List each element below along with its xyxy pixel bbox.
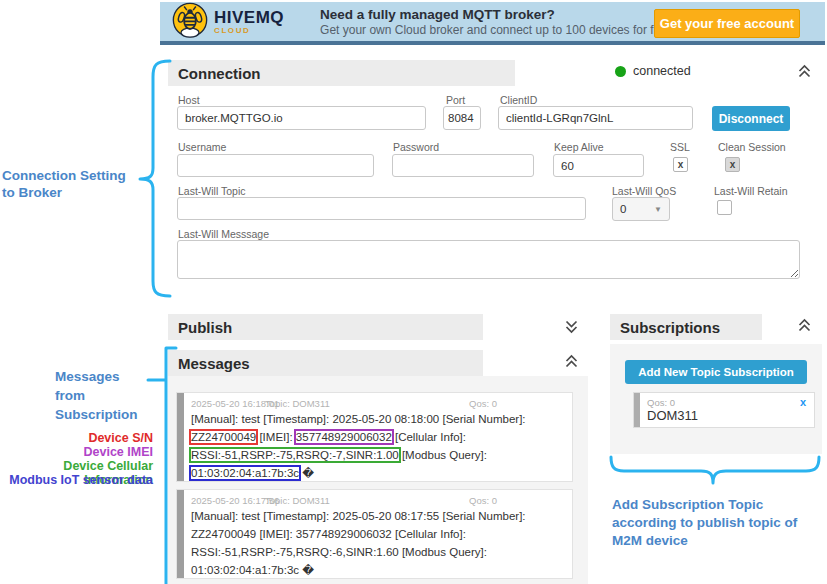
publish-title: Publish	[178, 319, 232, 336]
messages-title: Messages	[178, 355, 250, 372]
subscriptions-title: Subscriptions	[620, 319, 720, 336]
banner-headline: Need a fully managed MQTT broker?	[320, 6, 674, 23]
message-text: ZZ24700049 [IMEI]: 357748929006032 [Cell…	[191, 528, 466, 540]
message-text: 01:03:02:04:a1:7b:3c �	[191, 564, 314, 576]
lastwill-retain-label: Last-Will Retain	[714, 185, 788, 197]
message-text: [Modbus Query]:	[399, 449, 487, 461]
hivemq-cloud-label: CLOUD	[214, 26, 284, 35]
highlighted-value: 01:03:02:04:a1:7b:3c	[191, 467, 299, 479]
messages-section-header: Messages	[168, 350, 483, 376]
message-line: 01:03:02:04:a1:7b:3c �	[191, 464, 570, 482]
subscriptions-panel: Add New Topic Subscription Qos: 0 x DOM3…	[610, 344, 822, 454]
add-topic-subscription-button[interactable]: Add New Topic Subscription	[625, 360, 807, 384]
message-list: 2025-05-20 16:18:01 Topic: DOM311 Qos: 0…	[168, 376, 588, 584]
lastwill-topic-input[interactable]	[177, 197, 586, 220]
connection-title: Connection	[178, 65, 261, 82]
annotation-connection-setting: Connection Setting to Broker	[2, 167, 142, 201]
host-label: Host	[178, 94, 200, 106]
highlighted-value: RSSI:-51,RSRP:-75,RSRQ:-7,SINR:1.00	[191, 449, 399, 461]
disconnect-button[interactable]: Disconnect	[712, 106, 790, 131]
publish-expand-icon[interactable]	[563, 318, 580, 334]
keepalive-label: Keep Alive	[554, 141, 604, 153]
subscriptions-collapse-icon[interactable]	[796, 318, 813, 334]
subscriptions-brace	[611, 457, 819, 483]
annotation-device-imei: Device IMEI	[0, 445, 153, 459]
port-input[interactable]	[443, 106, 481, 130]
message-text: [IMEI]:	[256, 431, 296, 443]
lastwill-message-label: Last-Will Messsage	[178, 228, 269, 240]
publish-section-header: Publish	[168, 314, 483, 340]
status-dot-icon	[615, 66, 626, 77]
hivemq-bee-icon	[172, 2, 208, 42]
messages-collapse-icon[interactable]	[563, 354, 580, 370]
annotation-messages-from-subscription: Messages from Subscription	[55, 367, 165, 424]
lastwill-retain-checkbox[interactable]	[717, 200, 732, 215]
banner-subline: Get your own Cloud broker and connect up…	[320, 23, 674, 38]
keepalive-input[interactable]	[553, 154, 644, 177]
message-text: �	[299, 467, 314, 479]
message-line: ZZ24700049 [IMEI]: 357748929006032 [Cell…	[191, 428, 570, 446]
subscriptions-section-header: Subscriptions	[610, 314, 762, 340]
subscription-remove-button[interactable]: x	[800, 396, 806, 408]
message-line: RSSI:-51,RSRP:-75,RSRQ:-7,SINR:1.00 [Mod…	[191, 446, 570, 464]
message-topic: Topic: DOM311	[265, 495, 330, 506]
username-input[interactable]	[177, 154, 374, 177]
message-text: [Manual]: test [Timestamp]: 2025-05-20 0…	[191, 510, 526, 522]
dropdown-arrow-icon: ▼	[654, 205, 662, 214]
message-left-bar	[177, 393, 184, 481]
subscription-item: Qos: 0 x DOM311	[633, 392, 815, 428]
lastwill-qos-value: 0	[620, 203, 626, 215]
message-topic: Topic: DOM311	[265, 398, 330, 409]
port-label: Port	[446, 94, 465, 106]
ssl-checkbox[interactable]: x	[673, 157, 688, 172]
ssl-label: SSL	[670, 141, 690, 153]
status-text: connected	[633, 64, 691, 78]
connection-brace	[140, 61, 170, 296]
message-line: 01:03:02:04:a1:7b:3c �	[191, 561, 570, 579]
host-input[interactable]	[177, 106, 426, 130]
message-body: [Manual]: test [Timestamp]: 2025-05-20 0…	[191, 507, 570, 579]
lastwill-topic-label: Last-Will Topic	[178, 185, 246, 197]
annotation-add-subscription-note: Add Subscription Topic according to publ…	[612, 496, 827, 550]
clean-session-checkbox[interactable]: x	[725, 157, 740, 172]
message-body: [Manual]: test [Timestamp]: 2025-05-20 0…	[191, 410, 570, 482]
lastwill-qos-label: Last-Will QoS	[612, 185, 676, 197]
message-text: RSSI:-51,RSRP:-75,RSRQ:-6,SINR:1.60 [Mod…	[191, 546, 487, 558]
message-text: [Cellular Info]:	[392, 431, 466, 443]
get-free-account-button[interactable]: Get your free account	[654, 9, 800, 38]
annotation-device-sn: Device S/N	[0, 431, 153, 445]
message-line: [Manual]: test [Timestamp]: 2025-05-20 0…	[191, 410, 570, 428]
annotation-modbus-data: Modbus IoT sensor data	[0, 473, 153, 487]
message-card: 2025-05-20 16:17:56 Topic: DOM311 Qos: 0…	[176, 489, 573, 579]
message-text: [Manual]: test [Timestamp]: 2025-05-20 0…	[191, 413, 526, 425]
hivemq-banner: HIVEMQ CLOUD Need a fully managed MQTT b…	[160, 2, 825, 45]
connection-status: connected	[615, 64, 691, 78]
connection-section-header: Connection	[168, 60, 515, 86]
message-line: RSSI:-51,RSRP:-75,RSRQ:-6,SINR:1.60 [Mod…	[191, 543, 570, 561]
username-label: Username	[178, 141, 226, 153]
clientid-label: ClientID	[500, 94, 537, 106]
subscription-left-bar	[634, 393, 640, 427]
lastwill-qos-select[interactable]: 0 ▼	[612, 197, 670, 221]
highlighted-value: 357748929006032	[296, 431, 392, 443]
clientid-input[interactable]	[498, 106, 693, 130]
message-qos: Qos: 0	[469, 398, 497, 409]
password-label: Password	[393, 141, 439, 153]
highlighted-value: ZZ24700049	[191, 431, 256, 443]
hivemq-wordmark: HIVEMQ	[214, 9, 284, 26]
subscription-qos: Qos: 0	[647, 397, 675, 408]
mqtt-web-client-screen: HIVEMQ CLOUD Need a fully managed MQTT b…	[0, 0, 827, 584]
hivemq-logo[interactable]: HIVEMQ CLOUD	[172, 2, 284, 42]
message-line: ZZ24700049 [IMEI]: 357748929006032 [Cell…	[191, 525, 570, 543]
message-card: 2025-05-20 16:18:01 Topic: DOM311 Qos: 0…	[176, 392, 573, 482]
message-left-bar	[177, 490, 184, 578]
connection-collapse-icon[interactable]	[796, 64, 813, 80]
subscription-topic: DOM311	[647, 408, 698, 423]
message-qos: Qos: 0	[469, 495, 497, 506]
message-line: [Manual]: test [Timestamp]: 2025-05-20 0…	[191, 507, 570, 525]
password-input[interactable]	[392, 154, 534, 177]
lastwill-message-textarea[interactable]	[177, 240, 800, 279]
clean-session-label: Clean Session	[718, 141, 786, 153]
